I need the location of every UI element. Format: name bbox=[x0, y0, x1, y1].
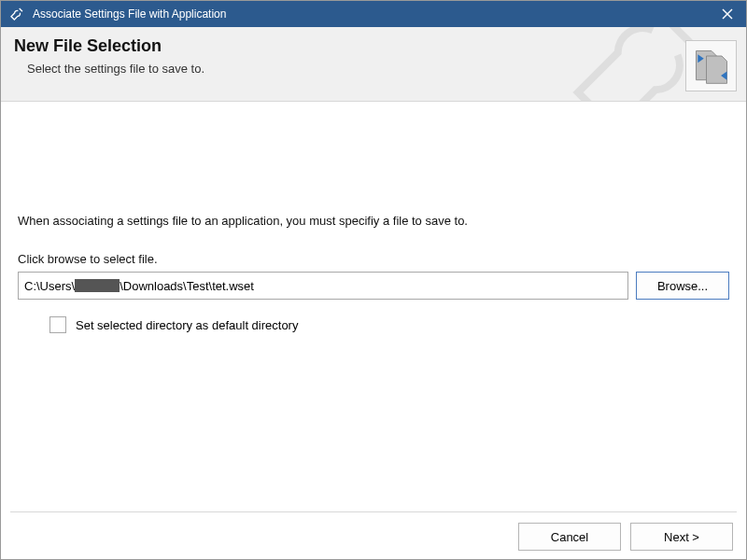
intro-text: When associating a settings file to an a… bbox=[18, 214, 729, 228]
tools-icon bbox=[8, 6, 25, 22]
banner-heading: New File Selection bbox=[14, 36, 727, 56]
separator bbox=[10, 511, 737, 512]
next-button[interactable]: Next > bbox=[630, 523, 733, 551]
browse-instruction: Click browse to select file. bbox=[18, 252, 729, 266]
default-directory-label: Set selected directory as default direct… bbox=[76, 318, 298, 332]
path-prefix: C:\Users\ bbox=[24, 279, 75, 293]
titlebar: Associate Settings File with Application bbox=[1, 1, 746, 27]
file-path-input[interactable]: C:\Users\\Downloads\Test\tet.wset bbox=[18, 272, 628, 300]
wizard-content: When associating a settings file to an a… bbox=[1, 102, 746, 512]
file-transfer-icon bbox=[685, 40, 737, 91]
browse-button[interactable]: Browse... bbox=[636, 272, 729, 300]
redacted-username bbox=[75, 279, 120, 292]
wizard-footer: Cancel Next > bbox=[1, 512, 746, 560]
path-suffix: \Downloads\Test\tet.wset bbox=[120, 279, 254, 293]
wizard-banner: New File Selection Select the settings f… bbox=[1, 27, 746, 102]
banner-subheading: Select the settings file to save to. bbox=[27, 62, 727, 76]
default-directory-checkbox[interactable] bbox=[49, 316, 66, 333]
window-title: Associate Settings File with Application bbox=[33, 7, 709, 21]
close-button[interactable] bbox=[709, 1, 746, 27]
cancel-button[interactable]: Cancel bbox=[518, 523, 621, 551]
